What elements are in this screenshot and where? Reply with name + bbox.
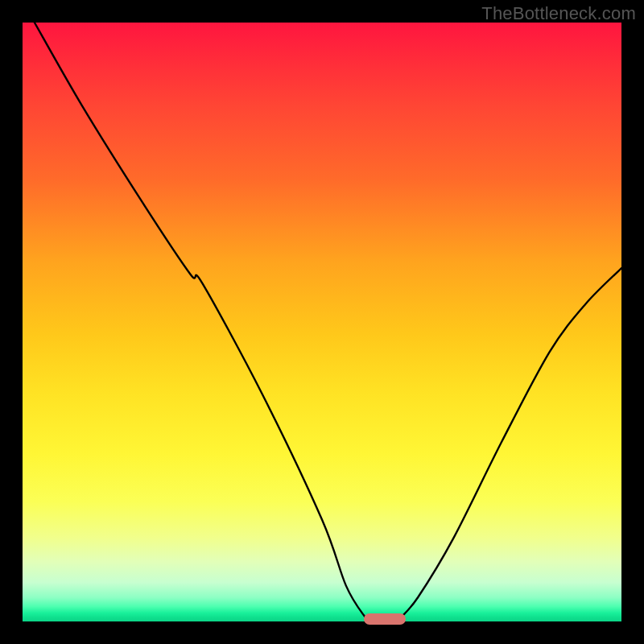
curve-layer bbox=[23, 23, 621, 621]
bottleneck-curve bbox=[35, 23, 621, 620]
chart-stage: TheBottleneck.com bbox=[0, 0, 644, 644]
optimal-range-marker bbox=[364, 613, 406, 625]
watermark-text: TheBottleneck.com bbox=[481, 3, 636, 24]
plot-area bbox=[23, 23, 621, 621]
